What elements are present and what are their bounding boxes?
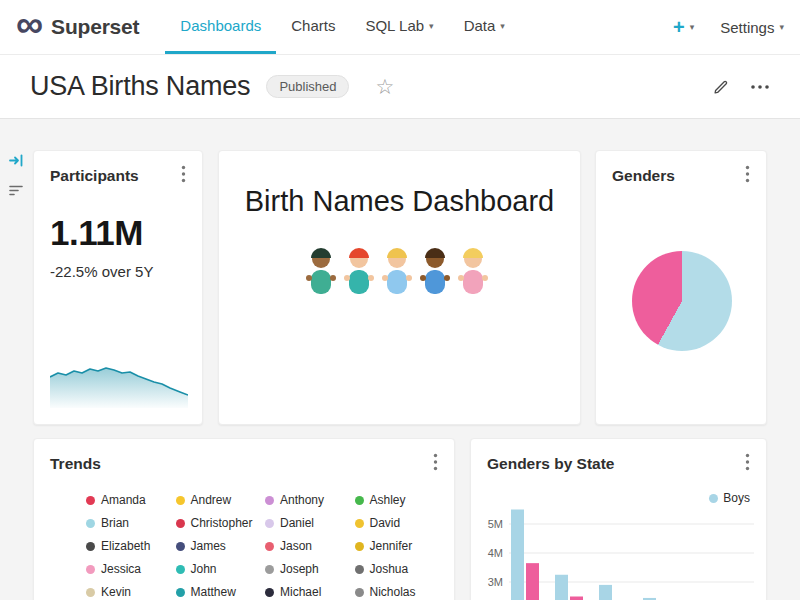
legend-label: Nicholas [370,585,416,599]
chevron-down-icon: ▾ [500,21,505,31]
nav-label: Dashboards [180,17,261,34]
legend-dot [86,519,95,528]
legend-item[interactable]: Jessica [86,562,172,576]
nav-item-dashboards[interactable]: Dashboards [165,0,276,54]
filter-list-icon[interactable] [8,182,25,203]
card-title: Participants [50,167,139,185]
settings-menu[interactable]: Settings ▾ [720,19,784,36]
legend-item[interactable]: Jason [265,539,351,553]
expand-filter-panel-icon[interactable] [8,152,25,173]
legend-label: Christopher [191,516,253,530]
legend-dot [176,588,185,597]
legend-dot [176,565,185,574]
legend-dot [355,588,364,597]
legend-label: Joseph [280,562,319,576]
kebab-menu-icon[interactable] [427,453,444,475]
dashboard-header: USA Births Names Published ☆ [0,55,800,119]
legend-label: David [370,516,401,530]
legend-item[interactable]: Matthew [176,585,262,599]
favorite-star-icon[interactable]: ☆ [375,75,394,99]
bar-boys[interactable] [599,585,612,600]
legend-dot [355,496,364,505]
published-badge[interactable]: Published [266,75,349,98]
legend-label: John [191,562,217,576]
legend-item[interactable]: Michael [265,585,351,599]
nav-item-sql-lab[interactable]: SQL Lab ▾ [350,0,448,54]
chevron-down-icon: ▾ [779,22,784,32]
y-axis-tick: 5M [488,518,503,530]
card-participants: Participants 1.11M -22.5% over 5Y [33,150,203,425]
legend-item[interactable]: Jennifer [355,539,441,553]
bar-boys[interactable] [555,575,568,600]
brand-name: Superset [51,15,139,39]
legend-label: James [191,539,226,553]
big-number-value: 1.11M [34,213,202,253]
chevron-down-icon: ▾ [429,21,434,31]
legend-label: Ashley [370,493,406,507]
kebab-menu-icon[interactable] [739,453,756,475]
legend-dot [265,519,274,528]
legend-item[interactable]: Christopher [176,516,262,530]
legend-item[interactable]: Brian [86,516,172,530]
legend-label: Brian [101,516,129,530]
legend-dot [86,565,95,574]
legend-label: Andrew [191,493,232,507]
legend-item[interactable]: Joseph [265,562,351,576]
legend-label: Michael [280,585,321,599]
legend-item[interactable]: Daniel [265,516,351,530]
legend-label: Joshua [370,562,409,576]
brand[interactable]: ∞ Superset [16,0,139,54]
legend-label: Daniel [280,516,314,530]
kebab-menu-icon[interactable] [739,165,756,187]
legend-dot [265,588,274,597]
legend-dot [265,565,274,574]
legend-item[interactable]: Ashley [355,493,441,507]
more-actions-icon[interactable] [750,78,770,96]
legend-item[interactable]: Nicholas [355,585,441,599]
legend-label: Matthew [191,585,236,599]
card-title: Genders by State [487,455,615,473]
card-genders: Genders [595,150,767,425]
card-title: Genders [612,167,675,185]
legend-dot [355,565,364,574]
legend-item[interactable]: John [176,562,262,576]
legend-label: Jennifer [370,539,413,553]
card-genders-by-state: Genders by State Boys 5M4M3M [470,438,767,600]
bar-boys[interactable] [511,510,524,600]
genders-pie-chart[interactable] [632,251,732,351]
legend-item[interactable]: James [176,539,262,553]
new-button[interactable]: + ▾ [673,16,694,39]
legend-dot [265,542,274,551]
legend-dot [176,542,185,551]
bar-girls[interactable] [526,563,539,600]
legend-label: Anthony [280,493,324,507]
legend-item[interactable]: David [355,516,441,530]
bar-chart[interactable]: 5M4M3M [471,499,767,600]
legend-dot [265,496,274,505]
legend-item[interactable]: Joshua [355,562,441,576]
legend-item[interactable]: Amanda [86,493,172,507]
legend-dot [355,542,364,551]
main-nav: Dashboards Charts SQL Lab ▾ Data ▾ [165,0,519,54]
legend-item[interactable]: Elizabeth [86,539,172,553]
navbar-right: + ▾ Settings ▾ [673,0,784,54]
nav-item-charts[interactable]: Charts [276,0,350,54]
nav-label: Charts [291,17,335,34]
legend-dot [86,496,95,505]
legend-label: Amanda [101,493,146,507]
bar-girls[interactable] [570,597,583,600]
trends-legend: AmandaAndrewAnthonyAshleyBrianChristophe… [86,493,440,600]
legend-item[interactable]: Andrew [176,493,262,507]
edit-icon[interactable] [712,78,730,96]
legend-label: Jessica [101,562,141,576]
legend-item[interactable]: Anthony [265,493,351,507]
nav-item-data[interactable]: Data ▾ [449,0,520,54]
children-illustration [305,240,495,304]
y-axis-tick: 4M [488,547,503,559]
superset-logo-icon: ∞ [16,5,43,43]
legend-item[interactable]: Kevin [86,585,172,599]
legend-dot [176,519,185,528]
kebab-menu-icon[interactable] [175,165,192,187]
legend-dot [176,496,185,505]
legend-dot [86,588,95,597]
